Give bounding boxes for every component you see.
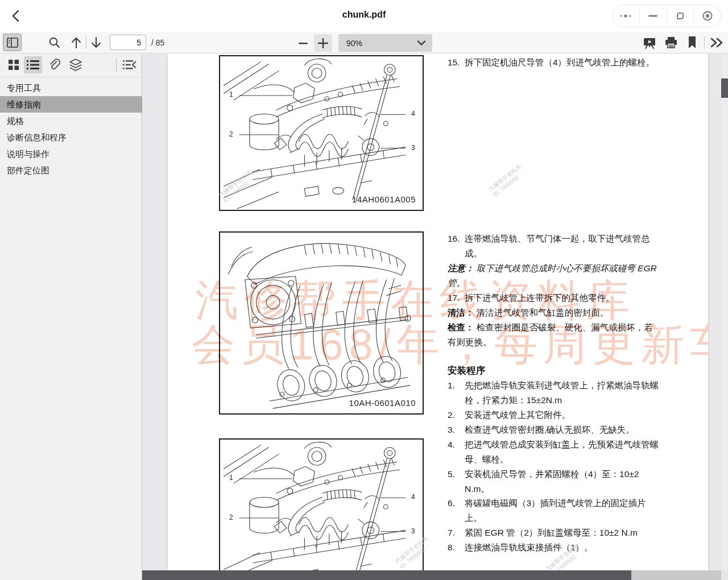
bookmark-button[interactable] bbox=[685, 35, 699, 50]
search-button[interactable] bbox=[48, 36, 61, 49]
figure-label: 10AH-0601A010 bbox=[349, 398, 416, 408]
more-options-button[interactable] bbox=[613, 9, 640, 23]
next-page-button[interactable] bbox=[89, 36, 103, 49]
inspect-text: 检查密封圈是否破裂、硬化、漏气或损坏，若有则更换。 bbox=[448, 322, 653, 347]
callout-3: 3 bbox=[411, 144, 415, 152]
clean-paragraph: 清洁： 清洁进气歧管和气缸盖的密封面。 bbox=[448, 305, 659, 320]
print-button[interactable] bbox=[664, 35, 679, 50]
plus-icon bbox=[318, 38, 328, 48]
attachments-tab[interactable] bbox=[46, 56, 64, 73]
inspect-paragraph: 检查： 检查密封圈是否破裂、硬化、漏气或损坏，若有则更换。 bbox=[448, 320, 659, 350]
document-title: chunk.pdf bbox=[342, 10, 386, 20]
sidebar-tabs-divider bbox=[116, 58, 117, 72]
step-text: 将碳罐电磁阀（3）插到进气歧管上的固定插片上。 bbox=[465, 496, 659, 525]
callout-1: 1 bbox=[229, 474, 233, 482]
horizontal-scrollbar[interactable] bbox=[142, 570, 721, 580]
step-number: 2. bbox=[448, 408, 465, 422]
sidebar-toggle-button[interactable] bbox=[3, 34, 22, 51]
zoom-out-button[interactable] bbox=[296, 36, 311, 51]
vertical-scrollbar[interactable] bbox=[721, 53, 728, 570]
step-text: 连接燃油导轨线束接插件（1）。 bbox=[465, 540, 659, 555]
note-label: 注意： bbox=[448, 263, 474, 273]
window-controls bbox=[612, 5, 721, 27]
search-icon bbox=[48, 36, 61, 49]
step-text: 拆下进气歧管上连带拆下的其他零件。 bbox=[465, 291, 659, 305]
install-step-3: 3. 检查进气歧管密封圈,确认无损坏、无缺失。 bbox=[448, 422, 659, 437]
thumbnails-tab[interactable] bbox=[5, 56, 23, 73]
ellipsis-icon bbox=[619, 13, 632, 19]
sidebar-item-special-tools[interactable]: 专用工具 bbox=[0, 80, 142, 96]
pdf-toolbar: / 85 90% bbox=[0, 32, 728, 53]
more-tools-button[interactable] bbox=[709, 36, 725, 49]
step-number: 7. bbox=[448, 525, 465, 540]
corner-watermark-name: 汽修帮手资料库 bbox=[487, 163, 523, 193]
sidebar-item-component-location[interactable]: 部件定位图 bbox=[0, 162, 142, 179]
presentation-button[interactable] bbox=[642, 35, 657, 50]
install-step-5: 5. 安装机油尺导管，并紧固螺栓（4）至：10±2 N.m。 bbox=[448, 467, 659, 496]
step-text: 连带燃油导轨、节气门体一起，取下进气歧管总成。 bbox=[465, 231, 659, 261]
callout-4: 4 bbox=[411, 110, 415, 118]
scrollbar-corner bbox=[721, 570, 728, 580]
sidebar-item-instructions[interactable]: 说明与操作 bbox=[0, 146, 142, 162]
inspect-label: 检查： bbox=[448, 322, 474, 332]
pdf-viewer-window: chunk.pdf bbox=[0, 0, 728, 580]
zoom-in-button[interactable] bbox=[314, 34, 332, 52]
sidebar-item-specifications[interactable]: 规格 bbox=[0, 113, 142, 129]
corner-watermark: 汽修帮手资料库 ID: 7496002 bbox=[487, 163, 527, 198]
toolbar-divider bbox=[704, 36, 705, 49]
chevron-left-icon bbox=[7, 7, 25, 25]
install-step-6: 6. 将碳罐电磁阀（3）插到进气歧管上的固定插片上。 bbox=[448, 496, 659, 525]
step-number: 5. bbox=[448, 467, 465, 496]
bookmark-list: 专用工具 维修指南 规格 诊断信息和程序 说明与操作 部件定位图 bbox=[0, 80, 142, 179]
callout-1: 1 bbox=[229, 90, 233, 98]
paperclip-icon bbox=[48, 59, 61, 71]
layers-tab[interactable] bbox=[67, 56, 85, 73]
step-text: 安装机油尺导管，并紧固螺栓（4）至：10±2 N.m。 bbox=[465, 467, 659, 496]
step-text: 先把燃油导轨安装到进气歧管上，拧紧燃油导轨螺栓，拧紧力矩：15±2N.m bbox=[465, 378, 659, 408]
zoom-level-select[interactable]: 90% bbox=[338, 34, 432, 52]
callout-2: 2 bbox=[229, 130, 233, 138]
step-number: 3. bbox=[448, 422, 465, 437]
locate-current-outline-button[interactable] bbox=[121, 56, 139, 73]
circle-dot-icon bbox=[702, 10, 713, 22]
step-text: 检查进气歧管密封圈,确认无损坏、无缺失。 bbox=[465, 422, 659, 437]
callout-2: 2 bbox=[229, 513, 233, 521]
previous-page-button[interactable] bbox=[69, 36, 83, 49]
engine-line-drawing bbox=[220, 440, 423, 570]
install-step-4: 4. 把进气歧管总成安装到缸盖上，先预紧进气歧管螺母、螺栓。 bbox=[448, 437, 659, 467]
step-text: 紧固 EGR 管（2）到缸盖螺母至：10±2 N.m bbox=[465, 525, 659, 540]
pdf-page: 1 2 3 4 14AH0601A005 10AH-0601A010 1 2 3… bbox=[168, 53, 708, 570]
manifold-line-drawing bbox=[220, 233, 423, 413]
clean-label: 清洁： bbox=[448, 308, 474, 317]
install-step-7: 7. 紧固 EGR 管（2）到缸盖螺母至：10±2 N.m bbox=[448, 525, 659, 540]
minimize-button[interactable] bbox=[640, 9, 667, 23]
sidebar-item-diagnostics[interactable]: 诊断信息和程序 bbox=[0, 129, 142, 146]
page-number-input[interactable] bbox=[110, 35, 146, 50]
clean-text: 清洁进气歧管和气缸盖的密封面。 bbox=[477, 308, 609, 317]
back-button[interactable] bbox=[7, 7, 25, 25]
restore-icon bbox=[675, 10, 686, 22]
chevron-down-icon bbox=[417, 40, 425, 45]
record-button[interactable] bbox=[694, 9, 721, 23]
vertical-scrollbar-thumb[interactable] bbox=[721, 78, 728, 98]
restore-button[interactable] bbox=[667, 9, 694, 23]
document-area[interactable]: 1 2 3 4 14AH0601A005 10AH-0601A010 1 2 3… bbox=[142, 53, 728, 580]
presentation-icon bbox=[643, 36, 656, 49]
step-text: 拆下固定机油尺导管（4）到进气歧管上的螺栓。 bbox=[465, 55, 659, 70]
figure-engine-bay-install: 1 2 3 4 bbox=[219, 438, 424, 570]
step-number: 4. bbox=[448, 437, 465, 467]
horizontal-scrollbar-thumb[interactable] bbox=[142, 570, 631, 580]
step-number: 16. bbox=[448, 231, 465, 261]
minus-icon bbox=[299, 42, 308, 44]
sidebar-item-repair-guide[interactable]: 维修指南 bbox=[0, 96, 142, 113]
outline-tab[interactable] bbox=[24, 56, 42, 73]
zoom-level-value: 90% bbox=[346, 39, 417, 48]
toolbar-divider bbox=[86, 36, 86, 49]
note-text: 取下进气歧管总成时小心不要损坏或碰弯 EGR 管。 bbox=[448, 263, 657, 288]
step-number: 17. bbox=[448, 291, 465, 305]
engine-line-drawing bbox=[220, 56, 423, 210]
corner-watermark-id: ID: 7496002 bbox=[491, 168, 527, 198]
step-number: 15. bbox=[448, 55, 465, 70]
list-icon bbox=[27, 59, 39, 71]
step-number: 6. bbox=[448, 496, 465, 525]
